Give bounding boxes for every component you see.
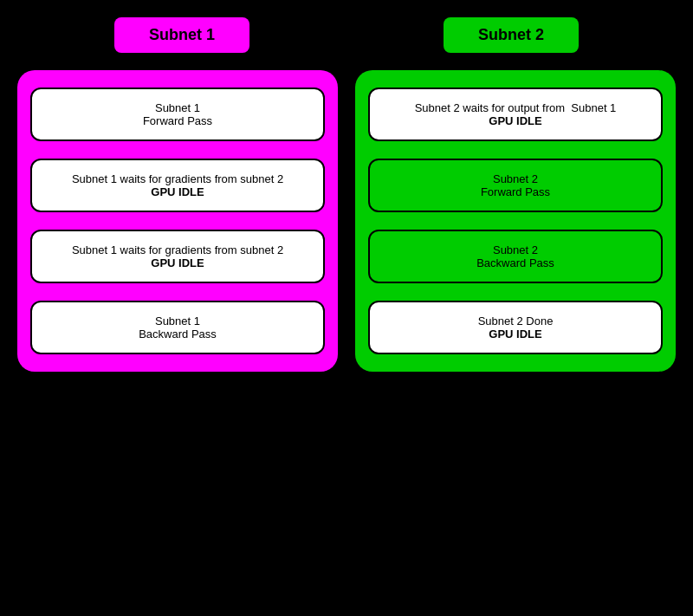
card-subnet1-wait1-line1: Subnet 1 waits for gradients from subnet… — [72, 172, 283, 185]
top-labels: Subnet 1 Subnet 2 — [17, 17, 676, 53]
card-subnet1-forward-line2: Forward Pass — [143, 114, 212, 127]
card-subnet2-backward-line1: Subnet 2 — [493, 243, 538, 256]
subnet1-header-label: Subnet 1 — [114, 17, 249, 53]
card-subnet1-wait1: Subnet 1 waits for gradients from subnet… — [30, 159, 325, 212]
column-subnet2: Subnet 2 waits for output from Subnet 1 … — [355, 70, 676, 372]
card-subnet2-wait-line2: GPU IDLE — [489, 114, 541, 127]
card-subnet1-forward: Subnet 1 Forward Pass — [30, 88, 325, 141]
card-subnet1-backward-line1: Subnet 1 — [155, 314, 200, 327]
card-subnet1-wait2-line1: Subnet 1 waits for gradients from subnet… — [72, 243, 283, 256]
card-subnet1-wait1-line2: GPU IDLE — [151, 185, 204, 198]
card-subnet1-wait2-line2: GPU IDLE — [151, 256, 204, 269]
column-subnet1: Subnet 1 Forward Pass Subnet 1 waits for… — [17, 70, 338, 372]
card-subnet2-wait-line1: Subnet 2 waits for output from Subnet 1 — [415, 101, 617, 114]
card-subnet2-done-line1: Subnet 2 Done — [478, 314, 554, 327]
card-subnet2-forward-line2: Forward Pass — [481, 185, 550, 198]
card-subnet1-wait2: Subnet 1 waits for gradients from subnet… — [30, 230, 325, 283]
card-subnet2-backward: Subnet 2 Backward Pass — [368, 230, 663, 283]
card-subnet2-forward: Subnet 2 Forward Pass — [368, 159, 663, 212]
card-subnet2-backward-line2: Backward Pass — [476, 256, 554, 269]
card-subnet2-done-line2: GPU IDLE — [489, 327, 541, 340]
card-subnet2-forward-line1: Subnet 2 — [493, 172, 538, 185]
card-subnet2-done: Subnet 2 Done GPU IDLE — [368, 301, 663, 354]
columns-container: Subnet 1 Forward Pass Subnet 1 waits for… — [17, 70, 676, 372]
subnet2-header-label: Subnet 2 — [444, 17, 579, 53]
card-subnet1-forward-line1: Subnet 1 — [155, 101, 200, 114]
card-subnet2-wait: Subnet 2 waits for output from Subnet 1 … — [368, 88, 663, 141]
card-subnet1-backward: Subnet 1 Backward Pass — [30, 301, 325, 354]
card-subnet1-backward-line2: Backward Pass — [139, 327, 217, 340]
